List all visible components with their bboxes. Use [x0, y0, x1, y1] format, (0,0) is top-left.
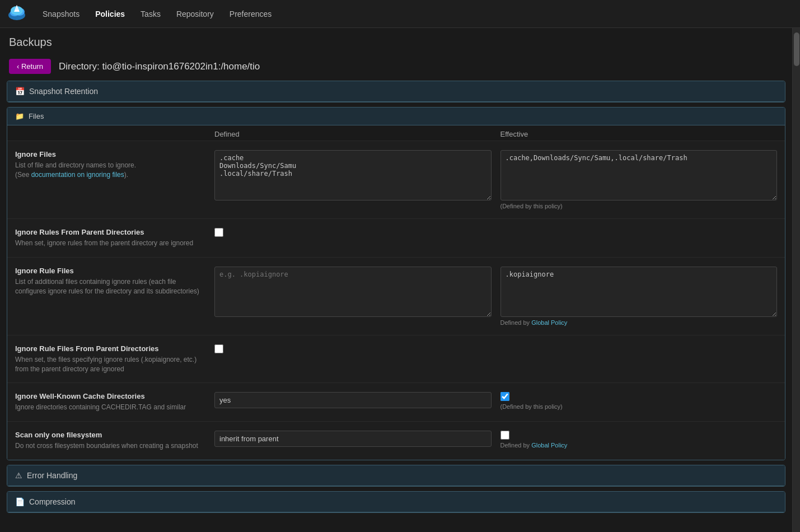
directory-path: Directory: tio@tio-inspiron1676202in1:/h…	[59, 61, 260, 72]
scan-filesystem-desc: Do not cross filesystem boundaries when …	[15, 441, 205, 451]
nav-snapshots[interactable]: Snapshots	[36, 6, 86, 22]
ignore-cache-defined-col	[214, 392, 492, 408]
compression-header: 📄 Compression	[7, 492, 785, 512]
ignore-cache-effective-checkbox-row	[500, 392, 778, 401]
scan-filesystem-effective-checkbox[interactable]	[500, 431, 509, 440]
files-section: 📁 Files Defined Effective Ignore Files L…	[7, 107, 785, 460]
ignore-rule-files-effective-col: .kopiaignore Defined by Global Policy	[500, 267, 778, 326]
error-handling-header: ⚠ Error Handling	[7, 465, 785, 486]
ignore-rules-parent-checkbox[interactable]	[214, 228, 223, 237]
col-label-empty	[15, 130, 205, 138]
ignore-rule-files-parent-row: Ignore Rule Files From Parent Directorie…	[7, 335, 785, 384]
ignore-files-desc: List of file and directory names to igno…	[15, 161, 205, 180]
ignore-cache-label-col: Ignore Well-Known Cache Directories Igno…	[15, 392, 205, 412]
ignore-rule-files-global-policy-link[interactable]: Global Policy	[531, 319, 567, 326]
ignore-rules-parent-desc: When set, ignore rules from the parent d…	[15, 239, 205, 248]
ignore-rule-files-parent-checkbox[interactable]	[214, 344, 223, 353]
ignore-rules-parent-row: Ignore Rules From Parent Directories Whe…	[7, 219, 785, 258]
scan-filesystem-row: Scan only one filesystem Do not cross fi…	[7, 422, 785, 460]
ignore-files-link[interactable]: documentation on ignoring files	[31, 171, 124, 179]
scan-filesystem-global-policy-link[interactable]: Global Policy	[531, 442, 567, 449]
ignore-rule-files-parent-label-col: Ignore Rule Files From Parent Directorie…	[15, 344, 205, 374]
ignore-files-defined-input[interactable]: .cache Downloads/Sync/Samu .local/share/…	[214, 150, 492, 200]
dir-header: ‹ Return Directory: tio@tio-inspiron1676…	[0, 54, 792, 81]
main-content: Backups ‹ Return Directory: tio@tio-insp…	[0, 28, 792, 532]
navbar: Snapshots Policies Tasks Repository Pref…	[0, 0, 800, 28]
ignore-rule-files-row: Ignore Rule Files List of additional fil…	[7, 258, 785, 335]
compression-icon: 📄	[15, 497, 25, 506]
scan-filesystem-label-col: Scan only one filesystem Do not cross fi…	[15, 431, 205, 451]
scrollbar-thumb[interactable]	[794, 32, 799, 66]
ignore-files-row: Ignore Files List of file and directory …	[7, 141, 785, 219]
col-effective-header: Effective	[500, 130, 778, 138]
ignore-cache-desc: Ignore directories containing CACHEDIR.T…	[15, 403, 205, 412]
return-button[interactable]: ‹ Return	[9, 59, 51, 74]
nav-policies[interactable]: Policies	[88, 6, 132, 22]
ignore-rules-parent-label-col: Ignore Rules From Parent Directories Whe…	[15, 228, 205, 248]
nav-links: Snapshots Policies Tasks Repository Pref…	[36, 6, 278, 22]
ignore-files-label-col: Ignore Files List of file and directory …	[15, 150, 205, 180]
files-icon: 📁	[15, 112, 24, 120]
error-handling-label: Error Handling	[27, 471, 77, 480]
snapshot-retention-header: 📅 Snapshot Retention	[7, 81, 785, 102]
snapshot-retention-icon: 📅	[15, 87, 25, 96]
scan-filesystem-label: Scan only one filesystem	[15, 431, 205, 439]
ignore-files-effective-col: .cache,Downloads/Sync/Samu,.local/share/…	[500, 150, 778, 209]
app-logo	[7, 3, 36, 25]
files-label: Files	[29, 112, 44, 120]
compression-section: 📄 Compression	[7, 491, 785, 513]
nav-tasks[interactable]: Tasks	[134, 6, 167, 22]
error-handling-section: ⚠ Error Handling	[7, 465, 785, 487]
column-headers: Defined Effective	[7, 125, 785, 141]
ignore-cache-defined-input[interactable]	[214, 392, 492, 408]
scan-filesystem-defined-input[interactable]	[214, 431, 492, 447]
ignore-cache-label: Ignore Well-Known Cache Directories	[15, 392, 205, 400]
ignore-rule-files-defined-input[interactable]	[214, 267, 492, 317]
files-header: 📁 Files	[7, 108, 785, 125]
nav-repository[interactable]: Repository	[170, 6, 221, 22]
col-defined-header: Defined	[214, 130, 492, 138]
ignore-rules-parent-label: Ignore Rules From Parent Directories	[15, 228, 205, 236]
snapshot-retention-section: 📅 Snapshot Retention	[7, 81, 785, 102]
scrollbar-track[interactable]	[792, 28, 800, 532]
ignore-cache-effective-col: (Defined by this policy)	[500, 392, 778, 410]
scan-filesystem-effective-checkbox-row	[500, 431, 778, 440]
scan-filesystem-effective-note: Defined by Global Policy	[500, 442, 778, 449]
ignore-cache-row: Ignore Well-Known Cache Directories Igno…	[7, 383, 785, 422]
ignore-files-defined-col: .cache Downloads/Sync/Samu .local/share/…	[214, 150, 492, 202]
ignore-rule-files-label-col: Ignore Rule Files List of additional fil…	[15, 267, 205, 296]
nav-preferences[interactable]: Preferences	[223, 6, 278, 22]
ignore-rule-files-label: Ignore Rule Files	[15, 267, 205, 275]
ignore-rule-files-defined-col	[214, 267, 492, 319]
ignore-rule-files-effective-note: Defined by Global Policy	[500, 319, 778, 326]
ignore-files-effective-note: (Defined by this policy)	[500, 203, 778, 209]
error-handling-icon: ⚠	[15, 471, 22, 480]
scan-filesystem-defined-col	[214, 431, 492, 447]
ignore-rule-files-desc: List of additional files containing igno…	[15, 277, 205, 296]
ignore-rule-files-parent-desc: When set, the files specifying ignore ru…	[15, 355, 205, 374]
scan-filesystem-effective-col: Defined by Global Policy	[500, 431, 778, 449]
compression-label: Compression	[29, 497, 75, 506]
ignore-files-label: Ignore Files	[15, 150, 205, 158]
ignore-rules-parent-defined-col	[214, 228, 492, 237]
ignore-cache-effective-checkbox[interactable]	[500, 392, 509, 401]
snapshot-retention-label: Snapshot Retention	[29, 87, 98, 96]
page-title: Backups	[0, 28, 792, 54]
files-body: Ignore Files List of file and directory …	[7, 141, 785, 460]
ignore-cache-effective-note: (Defined by this policy)	[500, 403, 778, 410]
ignore-rule-files-effective-input[interactable]: .kopiaignore	[500, 267, 778, 317]
ignore-rule-files-parent-label: Ignore Rule Files From Parent Directorie…	[15, 344, 205, 353]
ignore-files-effective-input[interactable]: .cache,Downloads/Sync/Samu,.local/share/…	[500, 150, 778, 200]
ignore-rule-files-parent-defined-col	[214, 344, 492, 353]
